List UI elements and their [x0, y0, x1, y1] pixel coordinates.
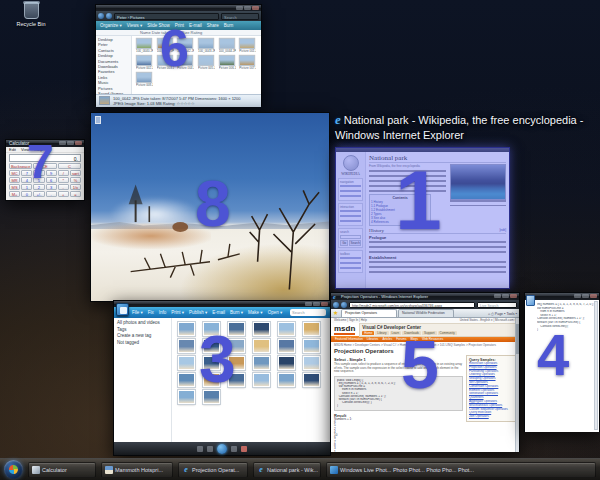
maximize-button[interactable]	[502, 294, 509, 298]
minimize-button[interactable]	[494, 294, 501, 298]
devcenter-tab[interactable]: Community	[438, 331, 457, 335]
forward-button[interactable]	[106, 13, 112, 19]
nav-links[interactable]	[340, 185, 361, 199]
gallery-menu-burn[interactable]: Burn ▾	[230, 310, 243, 315]
calculator-key[interactable]: C	[58, 163, 81, 169]
minimize-button[interactable]	[305, 302, 312, 306]
gallery-menu-make[interactable]: Make ▾	[248, 310, 263, 315]
gallery-menu-fix[interactable]: Fix	[148, 310, 154, 315]
gallery-thumbnail[interactable]	[303, 373, 320, 387]
photo-thumbnail[interactable]: 100_0040.JPG	[136, 38, 153, 53]
photo-thumbnail[interactable]: Picture 001.JPG	[239, 38, 256, 53]
explorer-toolbar-item[interactable]: Share	[207, 23, 219, 28]
recycle-bin-icon[interactable]	[24, 2, 39, 19]
calculator-key[interactable]: 0	[21, 191, 32, 197]
calculator-key[interactable]: MC	[9, 170, 20, 176]
minimize-button[interactable]	[236, 6, 243, 10]
gallery-thumbnail[interactable]	[278, 373, 295, 387]
wiki-search-input[interactable]	[340, 235, 361, 239]
go-button[interactable]: Go	[340, 240, 348, 246]
photo-thumbnail[interactable]: Picture 007.JPG	[239, 55, 256, 70]
calculator-key[interactable]: *	[58, 177, 69, 183]
window-controls[interactable]	[236, 6, 259, 10]
nav-links[interactable]	[340, 257, 361, 271]
start-button[interactable]	[4, 460, 23, 479]
back-button[interactable]	[98, 13, 104, 19]
code-titlebar[interactable]	[525, 293, 599, 300]
explorer-toolbar-item[interactable]: E-mail	[189, 23, 202, 28]
favorites-star-icon[interactable]: ★	[333, 310, 340, 317]
back-button[interactable]	[333, 302, 339, 308]
close-button[interactable]	[510, 294, 517, 298]
gallery-thumbnail[interactable]	[178, 356, 195, 370]
search-button[interactable]: Search	[349, 240, 361, 246]
calculator-key[interactable]: /	[58, 170, 69, 176]
calculator-key[interactable]: -	[58, 184, 69, 190]
msdn-titlebar[interactable]: eProjection Operators - Windows Internet…	[331, 293, 519, 300]
gallery-thumbnail[interactable]	[178, 373, 195, 387]
close-button[interactable]	[590, 294, 597, 298]
photo-thumbnail[interactable]: 100_0044.JPG	[219, 38, 236, 53]
explorer-toolbar-item[interactable]: Burn	[224, 23, 234, 28]
gallery-menu-file[interactable]: File ▾	[132, 310, 143, 315]
calculator-key[interactable]: MR	[9, 177, 20, 183]
calculator-key[interactable]: +	[58, 191, 69, 197]
photo-thumbnail[interactable]: Picture 006.JPG	[219, 55, 236, 70]
gallery-thumbnail[interactable]	[303, 322, 320, 336]
calculator-key[interactable]: MS	[9, 184, 20, 190]
gallery-search-input[interactable]: Search	[290, 309, 326, 316]
tab-national-wildlife[interactable]: National Wildlife Federation	[398, 309, 454, 317]
vertical-scrollbar[interactable]	[594, 301, 598, 430]
tab-projection-operators[interactable]: Projection Operators	[341, 309, 397, 317]
minimize-button[interactable]	[59, 141, 66, 145]
edit-link[interactable]: [edit]	[499, 228, 506, 233]
maximize-button[interactable]	[313, 302, 320, 306]
gallery-thumbnail[interactable]	[253, 356, 270, 370]
previous-icon[interactable]	[207, 446, 213, 452]
photo-thumbnail[interactable]: Picture 005.JPG	[198, 55, 215, 70]
delete-icon[interactable]	[241, 446, 247, 452]
gallery-thumbnail[interactable]	[253, 322, 270, 336]
gallery-thumbnail[interactable]	[278, 339, 295, 353]
msdn-logo[interactable]: msdn	[334, 324, 355, 335]
gallery-thumbnail[interactable]	[278, 322, 295, 336]
explorer-toolbar-item[interactable]: Views ▾	[127, 23, 142, 28]
devcenter-tab[interactable]: Library	[375, 331, 388, 335]
toolbar-icons[interactable]: ⌂ ⎙ Page ▾ Tools ▾	[488, 312, 517, 317]
taskbar-button-calculator[interactable]: Calculator	[28, 462, 96, 478]
gallery-thumbnail[interactable]	[303, 339, 320, 353]
gallery-thumbnail[interactable]	[178, 390, 195, 404]
minimize-button[interactable]	[574, 294, 581, 298]
taskbar-button-photo[interactable]: Mammoth Hotspri...	[101, 462, 173, 478]
orange-nav-link[interactable]: Libraries	[367, 337, 379, 341]
orange-nav-link[interactable]: Featured Information	[335, 337, 363, 341]
calculator-key[interactable]: .	[46, 191, 57, 197]
photo-thumbnail[interactable]: Picture 002.JPG	[136, 55, 153, 70]
calculator-key[interactable]: %	[70, 177, 81, 183]
gallery-thumbnail[interactable]	[303, 356, 320, 370]
orange-nav-link[interactable]: Articles	[382, 337, 392, 341]
explorer-titlebar[interactable]	[96, 5, 261, 11]
forward-button[interactable]	[341, 302, 347, 308]
url-field[interactable]: http://msdn2.microsoft.com/en-us/vcsharp…	[349, 302, 475, 308]
gallery-menu-email[interactable]: E-mail	[212, 310, 225, 315]
taskbar-button-gallery-group[interactable]: Windows Live Phot... Photo Phot... Photo…	[326, 462, 596, 478]
search-input[interactable]: Search	[221, 13, 259, 20]
maximize-button[interactable]	[67, 141, 74, 145]
maximize-button[interactable]	[244, 6, 251, 10]
lake-mountain-image[interactable]	[450, 164, 506, 200]
recycle-bin[interactable]: Recycle Bin	[8, 2, 54, 27]
query-sample-link[interactable]: Join Operators	[469, 415, 513, 419]
gallery-sidebar-item[interactable]: Not tagged	[117, 340, 168, 347]
gallery-menu-open[interactable]: Open ▾	[268, 310, 283, 315]
gallery-titlebar[interactable]	[114, 301, 330, 307]
calculator-key[interactable]: =	[70, 191, 81, 197]
close-button[interactable]	[321, 302, 328, 306]
photo-thumbnail[interactable]: 100_0043.JPG	[198, 38, 215, 53]
calculator-key[interactable]: sqrt	[70, 170, 81, 176]
close-button[interactable]	[75, 141, 82, 145]
gallery-menu-print[interactable]: Print ▾	[171, 310, 184, 315]
gallery-menu-publish[interactable]: Publish ▾	[189, 310, 207, 315]
calculator-key[interactable]: 1/x	[70, 184, 81, 190]
gallery-thumbnail[interactable]	[253, 339, 270, 353]
